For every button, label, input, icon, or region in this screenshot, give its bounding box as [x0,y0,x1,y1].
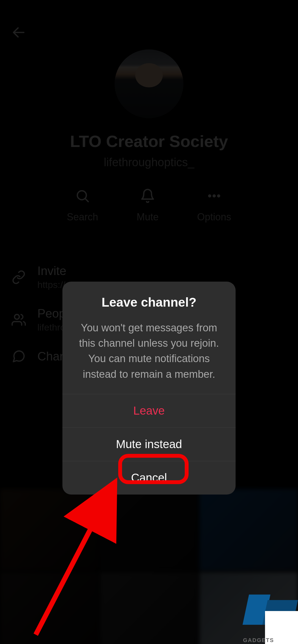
people-sub: lifethro [37,322,66,333]
mute-label: Mute [137,211,159,223]
bell-icon [140,188,155,205]
cancel-button[interactable]: Cancel [62,461,236,495]
channel-avatar[interactable] [115,49,183,118]
dialog-actions: Leave Mute instead Cancel [62,394,236,495]
leave-button[interactable]: Leave [62,394,236,428]
svg-point-4 [213,195,215,197]
leave-channel-dialog: Leave channel? You won't get messages fr… [62,282,236,495]
svg-line-2 [85,199,88,202]
dialog-body-text: You won't get messages from this channel… [73,320,225,382]
arrow-left-icon [11,25,26,40]
ellipsis-icon [206,188,222,205]
channel-title: LTO Creator Society [70,132,228,151]
link-icon [11,270,26,284]
mute-action[interactable]: Mute [137,188,159,223]
dialog-title: Leave channel? [73,295,225,310]
svg-point-5 [217,195,220,197]
options-label: Options [197,211,231,223]
channel-handle: lifethroughoptics_ [104,156,194,169]
people-icon [11,313,26,327]
watermark: GADGETS [238,592,298,644]
svg-point-3 [208,195,211,197]
media-thumbnail[interactable] [100,489,198,571]
search-icon [75,188,90,205]
back-button[interactable] [11,25,26,41]
chat-icon [11,349,26,363]
profile-header: LTO Creator Society lifethroughoptics_ [0,0,298,169]
media-thumbnail[interactable] [199,489,298,571]
options-action[interactable]: Options [197,188,231,223]
media-thumbnail[interactable] [0,572,99,644]
channel-label: Chan [37,349,66,363]
people-label: Peop [37,307,66,320]
media-thumbnail[interactable] [0,489,99,571]
invite-label: Invite [37,264,66,278]
svg-point-6 [15,314,19,319]
action-row: Search Mute Options [0,188,298,223]
mute-instead-button[interactable]: Mute instead [62,428,236,461]
watermark-text: GADGETS [243,637,274,643]
invite-url: https:// [37,279,66,290]
search-label: Search [67,211,98,223]
media-thumbnail[interactable] [100,572,198,644]
search-action[interactable]: Search [67,188,98,223]
